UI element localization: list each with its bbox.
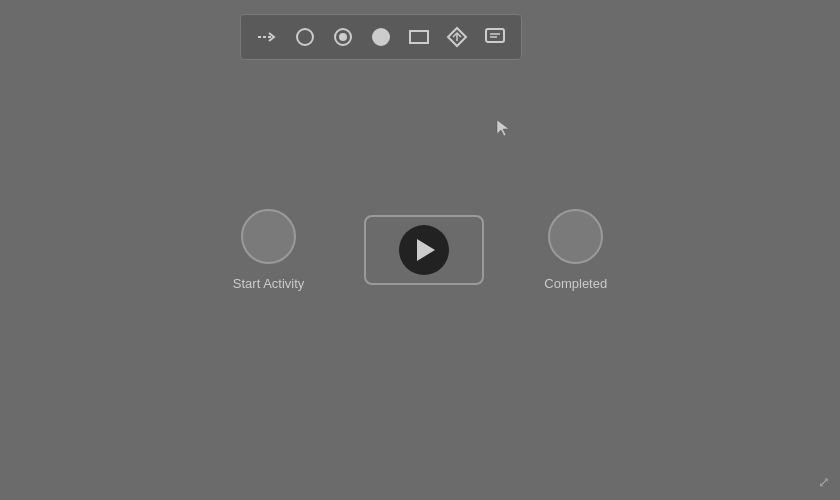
start-activity-label: Start Activity: [233, 276, 305, 291]
play-container[interactable]: [364, 215, 484, 285]
play-triangle-icon: [417, 239, 435, 261]
play-button[interactable]: [399, 225, 449, 275]
expand-icon[interactable]: ⤢: [818, 474, 830, 490]
completed-label: Completed: [544, 276, 607, 291]
completed-node: Completed: [544, 209, 607, 291]
start-activity-node: Start Activity: [233, 209, 305, 291]
play-action-node: [364, 215, 484, 285]
completed-circle[interactable]: [548, 209, 603, 264]
diagram-canvas: Start Activity Completed: [0, 0, 840, 500]
start-circle[interactable]: [241, 209, 296, 264]
